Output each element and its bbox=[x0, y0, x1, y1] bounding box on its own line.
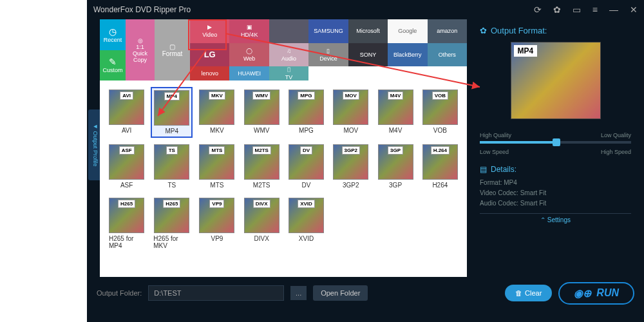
format-thumb: H265 bbox=[109, 198, 144, 233]
category-recent[interactable]: ◷Recent bbox=[100, 19, 126, 50]
refresh-icon[interactable]: ⟳ bbox=[534, 5, 542, 15]
format-item-vob[interactable]: VOBVOB bbox=[420, 87, 460, 138]
format-thumb: 3GP bbox=[378, 144, 413, 180]
trash-icon: 🗑 bbox=[515, 289, 522, 297]
category-video[interactable]: ▶Video bbox=[190, 19, 229, 43]
menu-icon[interactable]: ≡ bbox=[592, 5, 598, 15]
format-thumb: M4V bbox=[378, 90, 413, 125]
category-hd4k[interactable]: ▣HD/4K bbox=[229, 19, 269, 43]
format-item-divx[interactable]: DIVXDIVX bbox=[242, 195, 282, 252]
format-item-mts[interactable]: MTSMTS bbox=[196, 142, 237, 191]
format-item-vp9[interactable]: VP9VP9 bbox=[196, 195, 237, 252]
format-label: MKV bbox=[210, 127, 224, 134]
format-thumb: H.264 bbox=[422, 144, 458, 180]
format-label: 3GP bbox=[389, 182, 402, 189]
format-label: MOV bbox=[343, 127, 358, 134]
format-item-mp4[interactable]: MP4MP4 bbox=[151, 87, 193, 138]
hd-icon: ▣ bbox=[247, 24, 252, 30]
open-folder-button[interactable]: Open Folder bbox=[313, 285, 368, 301]
format-label: DV bbox=[302, 182, 311, 189]
details-header: ▤Details: bbox=[480, 165, 631, 174]
category-web[interactable]: ◯Web bbox=[229, 43, 269, 67]
category-format[interactable]: ▢Format bbox=[155, 19, 190, 80]
format-thumb: ASF bbox=[109, 144, 144, 180]
format-item-h264[interactable]: H.264H264 bbox=[420, 142, 460, 191]
format-label: MPG bbox=[299, 127, 314, 134]
format-item-ts[interactable]: TSTS bbox=[151, 142, 193, 191]
category-custom[interactable]: ✎Custom bbox=[100, 50, 126, 81]
format-item-mpg[interactable]: MPGMPG bbox=[286, 87, 327, 138]
format-item-h265-for-mp4[interactable]: H265H265 for MP4 bbox=[106, 195, 147, 252]
gear-icon: ✿ bbox=[480, 26, 487, 35]
category-samsung[interactable]: SAMSUNG bbox=[308, 19, 348, 43]
titlebar-controls: ⟳ ✿ ▭ ≡ — ✕ bbox=[534, 5, 638, 15]
format-item-xvid[interactable]: XVIDXVID bbox=[286, 195, 327, 252]
format-item-avi[interactable]: AVIAVI bbox=[106, 87, 147, 138]
format-badge: DIVX bbox=[253, 200, 270, 208]
format-label: M4V bbox=[389, 127, 402, 134]
app-title: WonderFox DVD Ripper Pro bbox=[93, 5, 534, 14]
titlebar: WonderFox DVD Ripper Pro ⟳ ✿ ▭ ≡ — ✕ bbox=[87, 0, 644, 19]
output-profile-tab[interactable]: ◄ Output Profile bbox=[88, 109, 100, 180]
category-google[interactable]: Google bbox=[388, 19, 427, 43]
format-label: VP9 bbox=[211, 235, 223, 242]
format-label: DIVX bbox=[254, 235, 269, 242]
format-item-wmv[interactable]: WMVWMV bbox=[242, 87, 282, 138]
right-panel: ✿Output Format: MP4 High QualityLow Qual… bbox=[467, 19, 644, 277]
category-quick-copy[interactable]: ◎1:1 Quick Copy bbox=[126, 19, 155, 80]
format-badge: XVID bbox=[298, 200, 315, 208]
category-apple[interactable] bbox=[269, 19, 308, 43]
format-badge: MPG bbox=[298, 91, 314, 100]
category-lg[interactable]: LG bbox=[190, 43, 229, 67]
formats-area: AVIAVIMP4MP4MKVMKVWMVWMVMPGMPGMOVMOVM4VM… bbox=[100, 80, 467, 277]
category-others[interactable]: Others bbox=[428, 43, 467, 67]
format-badge: DV bbox=[300, 146, 312, 155]
category-device[interactable]: ▯Device bbox=[308, 43, 348, 67]
format-item-m2ts[interactable]: M2TSM2TS bbox=[242, 142, 282, 191]
format-badge: WMV bbox=[252, 91, 270, 100]
format-badge: ASF bbox=[119, 146, 135, 155]
quality-slider[interactable] bbox=[480, 141, 631, 144]
category-microsoft[interactable]: Microsoft bbox=[348, 19, 388, 43]
run-button[interactable]: ◉⊕RUN bbox=[558, 282, 634, 305]
format-thumb: H265 bbox=[154, 198, 189, 233]
subtitle-icon[interactable]: ▭ bbox=[573, 5, 581, 15]
category-amazon[interactable]: amazon bbox=[428, 19, 467, 43]
category-lenovo[interactable]: lenovo bbox=[190, 66, 229, 80]
browse-button[interactable]: ... bbox=[290, 286, 307, 300]
format-thumb: VP9 bbox=[199, 198, 234, 233]
output-preview[interactable]: MP4 bbox=[511, 42, 601, 119]
close-icon[interactable]: ✕ bbox=[630, 5, 638, 15]
settings-link[interactable]: ⌃ Settings bbox=[480, 213, 631, 223]
minimize-icon[interactable]: — bbox=[609, 5, 618, 15]
app-window: WonderFox DVD Ripper Pro ⟳ ✿ ▭ ≡ — ✕ ◄ O… bbox=[87, 0, 644, 322]
format-thumb: WMV bbox=[244, 90, 279, 125]
category-tv[interactable]: ⌷TV bbox=[269, 66, 308, 80]
settings-icon[interactable]: ✿ bbox=[553, 5, 561, 15]
format-thumb: MKV bbox=[199, 90, 234, 125]
format-item-3gp[interactable]: 3GP3GP bbox=[375, 142, 415, 191]
format-item-mkv[interactable]: MKVMKV bbox=[196, 87, 237, 138]
output-folder-input[interactable] bbox=[148, 285, 284, 301]
category-audio[interactable]: ♫Audio bbox=[269, 43, 308, 67]
left-panel: ◄ Output Profile ◷Recent ✎Custom ◎1:1 Qu… bbox=[100, 19, 467, 277]
format-badge: MOV bbox=[343, 91, 359, 100]
format-badge: MKV bbox=[209, 91, 225, 100]
format-item-asf[interactable]: ASFASF bbox=[106, 142, 147, 191]
wrench-icon: ✎ bbox=[109, 57, 117, 67]
format-label: XVID bbox=[299, 235, 314, 242]
detail-vcodec: Video Codec: Smart Fit bbox=[480, 189, 631, 196]
format-item-3gp2[interactable]: 3GP23GP2 bbox=[330, 142, 371, 191]
format-item-m4v[interactable]: M4VM4V bbox=[375, 87, 415, 138]
clear-button[interactable]: 🗑Clear bbox=[505, 285, 552, 301]
format-label: WMV bbox=[254, 127, 269, 134]
format-thumb: MPG bbox=[289, 90, 324, 125]
category-huawei[interactable]: HUAWEI bbox=[229, 66, 269, 80]
format-item-dv[interactable]: DVDV bbox=[286, 142, 327, 191]
format-item-mov[interactable]: MOVMOV bbox=[330, 87, 371, 138]
format-badge: MP4 bbox=[164, 92, 180, 100]
output-folder-label: Output Folder: bbox=[97, 289, 142, 297]
category-sony[interactable]: SONY bbox=[348, 43, 388, 67]
format-item-h265-for-mkv[interactable]: H265H265 for MKV bbox=[151, 195, 193, 252]
category-blackberry[interactable]: BlackBerry bbox=[388, 43, 427, 67]
